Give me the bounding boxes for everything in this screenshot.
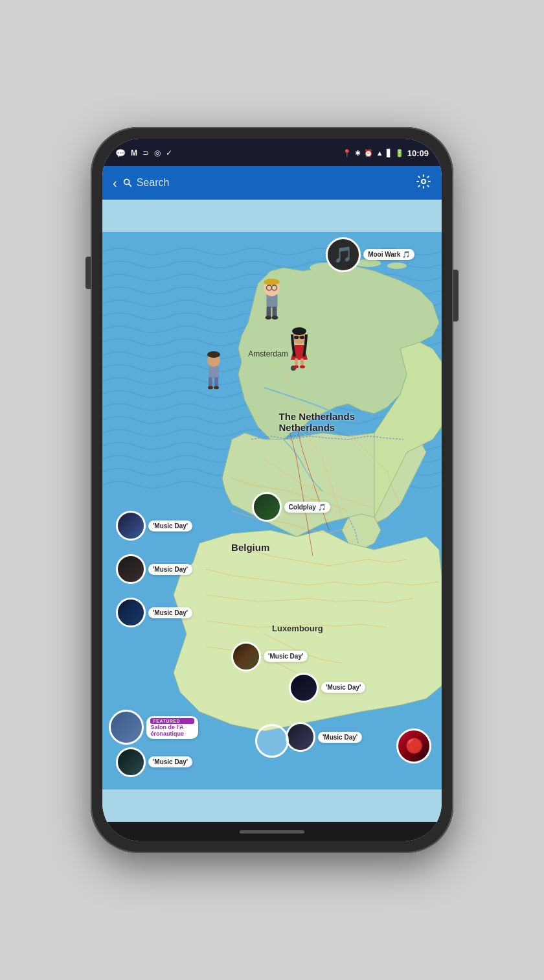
- svg-rect-18: [209, 366, 219, 379]
- svg-point-16: [266, 316, 272, 320]
- music-day-label-3: 'Music Day': [148, 607, 192, 618]
- svg-line-1: [128, 184, 131, 187]
- bluetooth-icon: ✱: [355, 149, 361, 158]
- music-day-pin-6[interactable]: 'Music Day': [286, 722, 362, 752]
- svg-rect-22: [214, 377, 218, 387]
- svg-rect-30: [295, 358, 298, 366]
- phone-frame: 💬 M ⊃ ◎ ✓ 📍 ✱ ⏰ ▲ ▋ 🔋 10:09: [91, 127, 453, 853]
- svg-rect-28: [300, 336, 304, 339]
- search-icon: [122, 178, 133, 188]
- back-button[interactable]: ‹: [113, 176, 117, 191]
- status-icons-right: 📍 ✱ ⏰ ▲ ▋ 🔋 10:09: [343, 148, 429, 158]
- svg-rect-27: [294, 336, 299, 339]
- music-day-pin-5[interactable]: 'Music Day': [289, 673, 365, 703]
- status-icons-left: 💬 M ⊃ ◎ ✓: [115, 148, 172, 158]
- signal-icon: ▋: [387, 149, 392, 158]
- clock: 10:09: [407, 148, 429, 158]
- search-placeholder: Search: [137, 177, 170, 189]
- svg-point-26: [292, 327, 306, 335]
- music-day-label-7: 'Music Day': [148, 756, 192, 767]
- bitmoji-3[interactable]: [286, 324, 313, 372]
- music-day-label-4: 'Music Day': [264, 651, 308, 662]
- music-day-label-5: 'Music Day': [321, 682, 365, 693]
- bitmoji-2[interactable]: [201, 349, 227, 393]
- svg-rect-15: [273, 307, 277, 317]
- svg-rect-21: [209, 377, 212, 387]
- search-bar: ‹ Search: [102, 166, 442, 200]
- battery-icon: 🔋: [395, 149, 404, 158]
- center-target[interactable]: [255, 724, 289, 758]
- music-day-pin-4[interactable]: 'Music Day': [231, 642, 308, 671]
- music-day-label-1: 'Music Day': [148, 520, 192, 531]
- wifi-icon: ▲: [376, 149, 383, 157]
- settings-icon: [416, 174, 431, 189]
- svg-point-20: [207, 351, 220, 358]
- music-day-pin-3[interactable]: 'Music Day': [116, 598, 192, 627]
- svg-point-32: [293, 366, 299, 369]
- home-bar: [240, 830, 304, 834]
- music-day-pin-7[interactable]: 'Music Day': [116, 747, 192, 777]
- app-icon-1: ⊃: [142, 148, 149, 158]
- mooi-wark-label: Mooi Wark 🎵: [363, 249, 414, 260]
- svg-point-2: [422, 180, 425, 183]
- salon-pin[interactable]: FEATURED Salon de l'A éronautique: [109, 710, 198, 745]
- status-bar: 💬 M ⊃ ◎ ✓ 📍 ✱ ⏰ ▲ ▋ 🔋 10:09: [102, 139, 442, 166]
- bitmoji-1[interactable]: [258, 274, 287, 322]
- coldplay-label: Coldplay 🎵: [284, 502, 330, 513]
- svg-point-24: [214, 386, 219, 390]
- music-day-label-6: 'Music Day': [318, 732, 362, 743]
- location-icon: 📍: [343, 149, 352, 158]
- settings-button[interactable]: [416, 174, 431, 192]
- instagram-icon: ◎: [154, 148, 161, 158]
- salon-label: FEATURED Salon de l'A éronautique: [146, 716, 198, 739]
- music-day-pin-2[interactable]: 'Music Day': [116, 554, 192, 584]
- svg-point-17: [272, 316, 278, 320]
- music-day-label-2: 'Music Day': [148, 564, 192, 575]
- coldplay-pin[interactable]: Coldplay 🎵: [252, 492, 330, 522]
- svg-rect-14: [267, 307, 271, 317]
- svg-point-23: [208, 386, 213, 390]
- svg-point-10: [264, 279, 280, 285]
- svg-point-33: [300, 366, 305, 369]
- app-icon-2: ✓: [166, 148, 172, 158]
- event-story-right[interactable]: 🔴: [396, 729, 431, 764]
- map-area[interactable]: The Netherlands Netherlands Amsterdam Be…: [102, 200, 442, 822]
- alarm-icon: ⏰: [364, 149, 373, 158]
- gmail-icon: M: [131, 148, 137, 158]
- mooi-wark-pin[interactable]: 🎵 Mooi Wark 🎵: [326, 237, 414, 272]
- chat-icon: 💬: [115, 148, 126, 158]
- music-day-pin-1[interactable]: 'Music Day': [116, 511, 192, 541]
- svg-rect-31: [300, 358, 304, 366]
- home-indicator: [102, 822, 442, 841]
- featured-badge: FEATURED: [150, 718, 194, 724]
- search-input[interactable]: Search: [122, 177, 170, 189]
